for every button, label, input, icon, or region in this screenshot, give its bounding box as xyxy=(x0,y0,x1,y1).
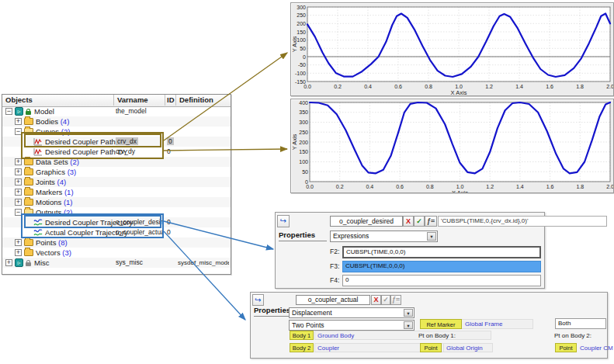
output-name-input[interactable]: o_coupler_desired xyxy=(330,216,403,227)
tree-row-misc[interactable]: +▹Miscsys_miscsysdef_misc_model xyxy=(2,258,231,268)
col-objects[interactable]: Objects xyxy=(2,95,114,106)
expression-preview-field[interactable]: 'CUBSPL(TIME,0,{crv_dx.id},0)' xyxy=(438,216,607,227)
panel-nav-icon[interactable]: ↪ xyxy=(252,294,264,306)
chevron-down-icon[interactable]: ▼ xyxy=(404,309,413,317)
svg-text:1.0: 1.0 xyxy=(455,84,463,89)
col-id[interactable]: ID xyxy=(165,95,176,106)
folder-icon xyxy=(24,239,33,246)
tab-properties[interactable]: Properties xyxy=(279,231,327,241)
chevron-down-icon[interactable]: ▼ xyxy=(427,232,436,241)
col-definition[interactable]: Definition xyxy=(176,95,230,106)
chart-canvas: 300250200150100500-50-100-1500.00.20.40.… xyxy=(291,3,613,95)
svg-text:1.4: 1.4 xyxy=(516,184,524,189)
tree-row-markers[interactable]: +Markers (1) xyxy=(2,187,231,197)
expression-builder-button[interactable]: ƒ= xyxy=(390,295,401,305)
component-dropdown[interactable]: Both xyxy=(555,318,606,329)
method-dropdown[interactable]: Two Points ▼ xyxy=(289,320,415,331)
tree-row-id: 0 xyxy=(167,217,176,227)
tree-row-count: (4) xyxy=(61,117,70,126)
svg-text:1.0: 1.0 xyxy=(456,184,464,189)
svg-text:0.4: 0.4 xyxy=(364,84,372,89)
tree-row-joints[interactable]: +Joints (4) xyxy=(2,177,231,187)
tree-row-bodies[interactable]: +Bodies (4) xyxy=(2,116,231,127)
expand-icon[interactable]: + xyxy=(15,179,22,185)
svg-text:150: 150 xyxy=(299,149,308,154)
tree-header: Objects Varname ID Definition xyxy=(2,95,231,107)
expand-icon[interactable]: + xyxy=(15,239,22,246)
point1-button[interactable]: Point xyxy=(420,343,442,352)
cancel-button[interactable]: X xyxy=(371,295,381,305)
object-browser: Objects Varname ID Definition −▹Modelthe… xyxy=(2,94,231,275)
panel-nav-icon[interactable]: ↪ xyxy=(277,215,290,227)
body1-value[interactable]: Ground Body xyxy=(317,332,354,339)
expand-icon[interactable]: + xyxy=(15,118,22,125)
f4-label: F4: xyxy=(330,276,339,284)
f4-input[interactable]: 0 xyxy=(342,275,541,286)
f3-input[interactable]: CUBSPL(TIME,0,0,0) xyxy=(342,261,541,272)
f3-label: F3: xyxy=(330,262,339,270)
body2-value[interactable]: Coupler xyxy=(317,345,339,352)
tree-row-graphics[interactable]: +Graphics (3) xyxy=(2,167,231,177)
tree-row-points[interactable]: +Points (8) xyxy=(2,237,231,248)
output-type-dropdown[interactable]: Expressions ▼ xyxy=(330,231,438,242)
expand-icon[interactable]: + xyxy=(15,249,22,256)
tree-row-vectors[interactable]: +Vectors (3) xyxy=(2,248,231,258)
ref-marker-button[interactable]: Ref Marker xyxy=(420,319,462,329)
svg-text:0.8: 0.8 xyxy=(425,84,432,89)
expand-icon[interactable]: + xyxy=(5,259,12,266)
svg-text:0: 0 xyxy=(303,54,306,60)
folder-icon xyxy=(24,158,33,165)
tree-row-label: Bodies (4) xyxy=(36,116,69,127)
expand-icon[interactable]: + xyxy=(15,199,22,206)
output-type-dropdown[interactable]: Displacement ▼ xyxy=(289,307,415,318)
output-type-value: Expressions xyxy=(333,232,369,240)
svg-text:Y Axis: Y Axis xyxy=(291,36,298,52)
tree-row-motions[interactable]: +Motions (1) xyxy=(2,197,231,207)
body1-button[interactable]: Body 1 xyxy=(290,331,314,340)
svg-text:1.2: 1.2 xyxy=(486,184,494,189)
cancel-button[interactable]: X xyxy=(403,216,414,227)
chevron-down-icon[interactable]: ▼ xyxy=(404,321,413,329)
expand-icon[interactable]: + xyxy=(15,189,22,196)
tree-row-count: (1) xyxy=(64,198,73,206)
tree-row-label: Markers (1) xyxy=(36,187,74,197)
f2-label: F2: xyxy=(330,248,339,255)
folder-icon xyxy=(24,179,33,185)
svg-text:100: 100 xyxy=(299,159,308,165)
collapse-icon[interactable]: − xyxy=(5,108,12,115)
f2-input[interactable]: CUBSPL(TIME,0,0,0) xyxy=(342,246,541,258)
expand-icon[interactable]: + xyxy=(15,168,22,175)
expand-icon[interactable]: + xyxy=(15,158,22,165)
body2-button[interactable]: Body 2 xyxy=(290,343,314,352)
folder-icon xyxy=(24,168,33,175)
point2-value[interactable]: Coupler CM xyxy=(580,345,613,352)
tree-row-id: 0 xyxy=(167,227,176,237)
point2-button[interactable]: Point xyxy=(555,343,577,352)
expression-builder-button[interactable]: ƒ= xyxy=(425,216,437,227)
tree-row-count: (3) xyxy=(68,168,77,176)
ref-marker-value[interactable]: Global Frame xyxy=(465,321,502,328)
svg-text:X Axis: X Axis xyxy=(451,89,467,95)
svg-text:1.6: 1.6 xyxy=(546,184,554,189)
tree-row-count: (8) xyxy=(58,238,68,247)
folder-icon xyxy=(24,189,33,196)
tree-row-count: (4) xyxy=(57,178,66,186)
svg-text:50: 50 xyxy=(302,169,308,175)
callout-box-output-desired xyxy=(24,215,161,228)
svg-text:50: 50 xyxy=(300,46,306,51)
tree-row-label: Graphics (3) xyxy=(36,167,76,177)
accept-button[interactable]: ✓ xyxy=(414,216,425,227)
svg-text:250: 250 xyxy=(299,130,308,135)
tree-row-model[interactable]: −▹Modelthe_model xyxy=(2,106,231,116)
svg-text:Y Axis: Y Axis xyxy=(291,133,298,150)
method-value: Two Points xyxy=(292,321,324,329)
col-varname[interactable]: Varname xyxy=(114,95,165,106)
tree-row-id: 0 xyxy=(167,147,176,157)
svg-text:0.2: 0.2 xyxy=(336,184,344,189)
point1-value[interactable]: Global Origin xyxy=(446,345,483,352)
accept-button[interactable]: ✓ xyxy=(381,295,390,305)
svg-text:150: 150 xyxy=(297,29,306,35)
properties-panel-desired: ↪ o_coupler_desired X ✓ ƒ= 'CUBSPL(TIME,… xyxy=(275,212,545,289)
svg-text:250: 250 xyxy=(297,12,306,18)
output-name-input[interactable]: o_coupler_actual xyxy=(296,295,370,305)
